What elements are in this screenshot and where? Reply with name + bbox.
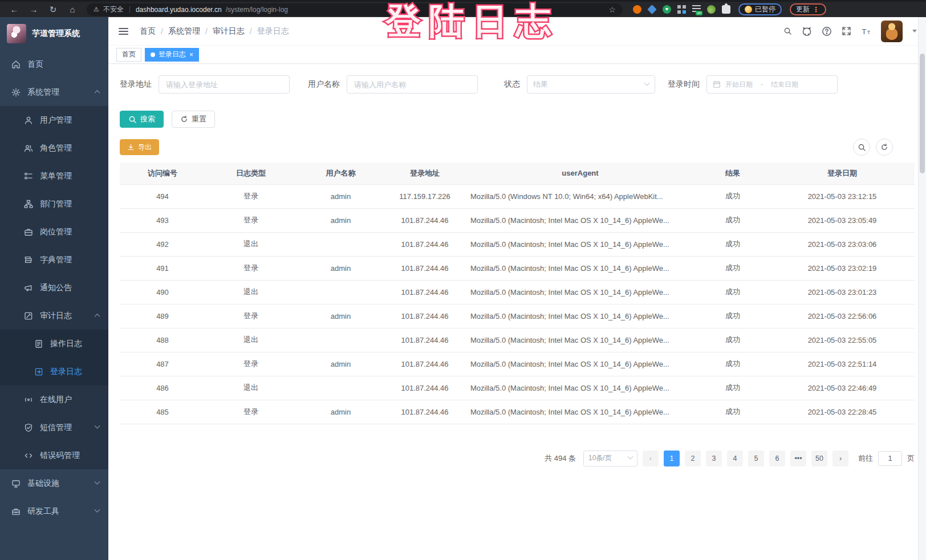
tab-首页[interactable]: 首页 (116, 48, 141, 62)
not-secure-label[interactable]: 不安全 (103, 5, 124, 14)
search-icon (128, 115, 137, 124)
reset-button[interactable]: 重置 (172, 111, 215, 128)
header-search-icon[interactable] (783, 27, 792, 35)
page-size-select[interactable]: 10条/页 (583, 451, 637, 466)
table-cell: 2021-05-03 23:05:49 (770, 208, 915, 232)
sidebar-item-字典管理[interactable]: 字典管理 (0, 246, 108, 274)
orange-extension-icon[interactable] (633, 5, 641, 14)
prev-page-button[interactable]: ‹ (643, 451, 659, 466)
page-button-1[interactable]: 1 (664, 451, 680, 466)
page-button-50[interactable]: 50 (811, 451, 827, 466)
filter-label-status: 状态 (504, 79, 520, 90)
login-time-range-picker[interactable]: 开始日期 - 结束日期 (706, 75, 838, 94)
page-button-4[interactable]: 4 (727, 451, 743, 466)
search-icon (858, 143, 866, 152)
table-cell: 487 (120, 352, 205, 376)
page-button-3[interactable]: 3 (706, 451, 722, 466)
logo[interactable]: 芋道管理系统 (0, 17, 108, 50)
user-avatar[interactable] (881, 21, 903, 42)
sidebar-item-首页[interactable]: 首页 (0, 50, 108, 78)
browser-reload-icon[interactable]: ↻ (44, 2, 62, 17)
github-icon[interactable] (802, 26, 812, 36)
sidebar-item-研发工具[interactable]: 研发工具 (0, 497, 108, 525)
sidebar-item-岗位管理[interactable]: 岗位管理 (0, 218, 108, 246)
url-path: /system/log/login-log (226, 6, 288, 14)
sidebar-item-部门管理[interactable]: 部门管理 (0, 190, 108, 218)
toolbox-icon (11, 507, 21, 516)
browser-forward-icon[interactable]: → (25, 2, 42, 17)
sidebar-item-错误码管理[interactable]: 错误码管理 (0, 441, 108, 469)
breadcrumb-item[interactable]: 登录日志 (257, 26, 289, 36)
paused-badge[interactable]: 已暂停 (738, 3, 782, 15)
sidebar-item-审计日志[interactable]: 审计日志 (0, 302, 108, 330)
refresh-table-button[interactable] (876, 139, 893, 156)
grid-extension-icon[interactable] (677, 5, 686, 14)
breadcrumb-item[interactable]: 系统管理 (168, 26, 200, 36)
sidebar-item-label: 短信管理 (40, 423, 72, 433)
table-cell: 489 (120, 304, 205, 328)
goto-page-input[interactable] (878, 451, 902, 466)
update-button[interactable]: 更新 ⋮ (790, 3, 826, 15)
sidebar-item-角色管理[interactable]: 角色管理 (0, 134, 108, 162)
blue-gem-extension-icon[interactable] (648, 5, 656, 14)
table-cell: admin (297, 352, 385, 376)
close-icon[interactable]: × (189, 51, 193, 58)
table-cell: 2021-05-03 23:01:23 (770, 280, 915, 304)
sidebar-item-label: 角色管理 (40, 143, 72, 153)
page-button-5[interactable]: 5 (748, 451, 764, 466)
table-cell: 101.87.244.46 (385, 328, 465, 352)
green-heart-extension-icon[interactable]: ♥ (663, 5, 671, 14)
bookmark-star-icon[interactable]: ☆ (608, 5, 616, 14)
date-range-separator: - (761, 80, 763, 88)
sidebar-item-用户管理[interactable]: 用户管理 (0, 106, 108, 134)
login-address-input[interactable] (159, 75, 290, 94)
page-button-6[interactable]: 6 (769, 451, 785, 466)
avatar-caret-icon[interactable] (912, 30, 917, 33)
export-button[interactable]: 导出 (120, 139, 159, 155)
search-button[interactable]: 搜索 (120, 111, 164, 128)
font-size-icon[interactable]: TT (861, 26, 871, 36)
sidebar-item-label: 系统管理 (27, 87, 59, 98)
breadcrumb-item[interactable]: 审计日志 (213, 26, 245, 36)
plant-extension-icon[interactable] (707, 5, 716, 14)
sidebar-item-在线用户[interactable]: 在线用户 (0, 385, 108, 413)
address-bar[interactable]: ⚠ 不安全 dashboard.yudao.iocoder.cn/system/… (87, 3, 623, 16)
filter-form: 登录地址 用户名称 状态 结果 登录时间 开始日期 - 结束日期 (120, 75, 915, 94)
sidebar-item-菜单管理[interactable]: 菜单管理 (0, 162, 108, 190)
sidebar-item-操作日志[interactable]: 操作日志 (0, 330, 108, 358)
tree-icon (24, 200, 33, 209)
table-cell: 成功 (696, 256, 770, 280)
fullscreen-icon[interactable] (842, 26, 851, 36)
sidebar-item-label: 通知公告 (40, 283, 72, 293)
sidebar-item-短信管理[interactable]: 短信管理 (0, 413, 108, 441)
sidebar-item-登录日志[interactable]: 登录日志 (0, 358, 108, 385)
browser-menu-icon[interactable]: ⋮ (813, 6, 820, 14)
breadcrumb-item[interactable]: 首页 (140, 26, 156, 36)
help-icon[interactable] (822, 26, 832, 36)
sidebar-item-基础设施[interactable]: 基础设施 (0, 469, 108, 497)
hamburger-icon[interactable] (117, 26, 129, 37)
calendar-icon (713, 80, 721, 88)
status-select[interactable]: 结果 (527, 75, 655, 94)
server-icon (11, 479, 21, 488)
table-cell: 退出 (205, 328, 297, 352)
username-input[interactable] (347, 75, 478, 94)
sidebar-item-系统管理[interactable]: 系统管理 (0, 78, 108, 106)
sidebar-item-label: 岗位管理 (40, 227, 72, 237)
browser-scrollbar[interactable] (918, 17, 926, 560)
tabs-on-extension-icon[interactable]: on (692, 5, 701, 14)
puzzle-extension-icon[interactable] (722, 5, 730, 14)
sidebar-item-label: 部门管理 (40, 199, 72, 209)
page-button-•••[interactable]: ••• (790, 451, 806, 466)
sidebar-item-通知公告[interactable]: 通知公告 (0, 274, 108, 302)
browser-back-icon[interactable]: ← (6, 2, 23, 17)
next-page-button[interactable]: › (832, 451, 848, 466)
table-cell: 登录 (205, 184, 297, 208)
table-cell: 退出 (205, 376, 297, 400)
page-button-2[interactable]: 2 (685, 451, 701, 466)
sidebar-item-label: 在线用户 (40, 395, 72, 405)
toggle-search-button[interactable] (853, 139, 870, 156)
browser-home-icon[interactable]: ⌂ (64, 2, 81, 17)
tab-登录日志[interactable]: 登录日志× (145, 48, 199, 62)
scrollbar-thumb[interactable] (920, 54, 925, 173)
